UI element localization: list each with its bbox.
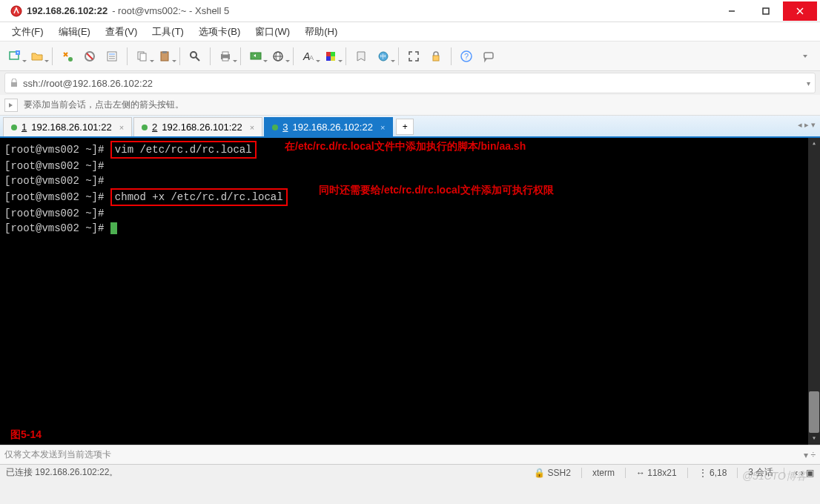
print-button[interactable] [215,46,236,67]
script-button[interactable] [351,46,371,67]
web-button[interactable] [268,46,288,67]
minimize-button[interactable] [715,1,749,21]
tab-close-icon[interactable]: × [250,123,254,132]
svg-text:?: ? [464,52,469,61]
close-button[interactable] [783,1,817,21]
shell-prompt: [root@vms002 ~]# [4,191,104,203]
tab-strip: 1 192.168.26.101:22 × 2 192.168.26.101:2… [0,116,820,138]
menu-edit[interactable]: 编辑(E) [53,23,96,41]
session-tab-2[interactable]: 2 192.168.26.101:22 × [133,117,262,136]
title-bar: 192.168.26.102:22 - root@vms002:~ - Xshe… [0,0,820,22]
new-tab-button[interactable]: + [396,119,414,135]
send-mode-text: 仅将文本发送到当前选项卡 [4,448,111,461]
terminal-type: xterm [592,468,615,478]
add-session-arrow-button[interactable] [4,99,18,112]
svg-rect-24 [222,58,228,61]
properties-button[interactable] [102,46,122,67]
font-button[interactable]: AA [298,46,319,67]
svg-text:A: A [309,54,314,62]
toolbar-separator [293,47,294,65]
address-dropdown-icon[interactable]: ▾ [807,79,810,87]
status-dot-icon [272,125,278,130]
reconnect-button[interactable] [57,46,78,67]
encoding-button[interactable]: 中 [373,46,394,67]
window-controls [715,1,817,21]
toolbar-separator [240,47,241,65]
menu-bar: 文件(F) 编辑(E) 查看(V) 工具(T) 选项卡(B) 窗口(W) 帮助(… [0,22,820,42]
toolbar-overflow[interactable] [795,46,816,67]
hint-text: 要添加当前会话，点击左侧的箭头按钮。 [24,99,184,111]
tab-label: 192.168.26.101:22 [31,122,111,133]
tab-label: 192.168.26.102:22 [292,122,372,133]
watermark: @51CTO博客 [742,470,807,483]
menu-file[interactable]: 文件(F) [6,23,50,41]
shell-prompt: [root@vms002 ~]# [4,222,104,234]
svg-rect-2 [763,8,769,14]
svg-rect-37 [433,56,439,61]
shell-prompt: [root@vms002 ~]# [4,208,104,219]
svg-rect-31 [326,52,331,56]
maximize-button[interactable] [749,1,783,21]
toolbar: AA 中 ? [0,42,820,71]
fullscreen-button[interactable] [403,46,424,67]
address-bar[interactable]: ssh://root@192.168.26.102:22 ▾ [4,73,816,93]
find-button[interactable] [185,46,205,67]
xftp-button[interactable] [245,46,266,67]
lock-icon: 🔒 [534,468,545,478]
feedback-button[interactable] [478,46,499,67]
toolbar-separator [345,47,346,65]
address-text: ssh://root@192.168.26.102:22 [23,78,807,89]
tab-nav[interactable]: ◂ ▸ ▾ [798,120,816,130]
session-tab-1[interactable]: 1 192.168.26.101:22 × [3,117,132,136]
tab-label: 192.168.26.101:22 [162,122,242,133]
session-tab-3[interactable]: 3 192.168.26.102:22 × [264,117,393,136]
svg-rect-19 [162,51,167,53]
command-highlight: vim /etc/rc.d/rc.local [110,141,257,159]
shell-prompt: [root@vms002 ~]# [4,144,104,156]
color-scheme-button[interactable] [320,46,341,67]
disconnect-button[interactable] [79,46,100,67]
new-session-button[interactable] [4,46,25,67]
tab-number: 1 [22,122,27,133]
scroll-thumb[interactable] [809,391,819,433]
shell-prompt: [root@vms002 ~]# [4,160,104,172]
paste-button[interactable] [154,46,175,67]
connection-status: 已连接 192.168.26.102:22。 [6,466,118,479]
terminal[interactable]: [root@vms002 ~]# vim /etc/rc.d/rc.local … [0,138,820,445]
svg-line-11 [87,53,93,59]
annotation-text: 在/etc/rc.d/rc.local文件中添加执行的脚本/bin/aa.sh [285,140,526,153]
copy-button[interactable] [132,46,153,67]
open-session-button[interactable] [27,46,47,67]
toolbar-separator [127,47,128,65]
tab-close-icon[interactable]: × [119,123,124,132]
send-input-bar[interactable]: 仅将文本发送到当前选项卡 ▾ ÷ [0,445,820,464]
app-icon [10,5,22,17]
annotation-text: 同时还需要给/etc/rc.d/rc.local文件添加可执行权限 [319,184,554,197]
tab-close-icon[interactable]: × [380,123,385,132]
svg-text:中: 中 [380,53,386,60]
tab-number: 2 [152,122,157,133]
menu-tabs[interactable]: 选项卡(B) [193,23,246,41]
menu-view[interactable]: 查看(V) [99,23,143,41]
svg-rect-33 [326,56,331,61]
toolbar-separator [398,47,399,65]
figure-label: 图5-14 [10,428,42,442]
svg-rect-34 [331,56,335,61]
menu-window[interactable]: 窗口(W) [249,23,296,41]
help-button[interactable]: ? [456,46,477,67]
send-mode-dropdown-icon[interactable]: ▾ ÷ [804,450,816,460]
scroll-up-icon[interactable]: ▴ [808,138,820,150]
menu-help[interactable]: 帮助(H) [299,23,343,41]
lock-button[interactable] [426,46,446,67]
tab-number: 3 [282,122,288,133]
svg-rect-41 [11,82,17,87]
scroll-down-icon[interactable]: ▾ [808,433,820,445]
svg-point-20 [191,52,196,58]
menu-tools[interactable]: 工具(T) [146,23,190,41]
lock-icon [10,79,19,87]
svg-rect-40 [484,53,493,59]
command-highlight: chmod +x /etc/rc.d/rc.local [110,188,288,206]
terminal-scrollbar[interactable]: ▴ ▾ [808,138,820,445]
toolbar-separator [210,47,211,65]
protocol-status: 🔒 SSH2 [534,468,571,478]
